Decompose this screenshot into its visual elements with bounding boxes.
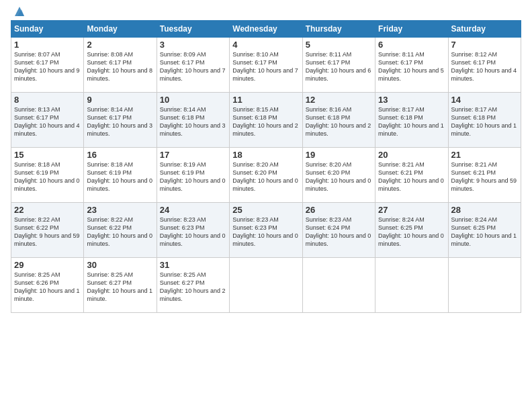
sunset: Sunset: 6:18 PM	[378, 114, 423, 121]
day-number: 2	[87, 40, 153, 50]
sunset: Sunset: 6:21 PM	[451, 169, 496, 176]
daylight: Daylight: 10 hours and 0 minutes.	[160, 177, 226, 192]
sunset: Sunset: 6:17 PM	[160, 59, 205, 66]
day-number: 15	[14, 150, 81, 160]
day-info: Sunrise: 8:17 AMSunset: 6:18 PMDaylight:…	[451, 105, 518, 138]
sunrise: Sunrise: 8:21 AM	[378, 161, 425, 168]
day-info: Sunrise: 8:23 AMSunset: 6:24 PMDaylight:…	[306, 216, 372, 248]
col-header-saturday: Saturday	[448, 21, 521, 38]
sunset: Sunset: 6:18 PM	[306, 114, 351, 121]
sunrise: Sunrise: 8:17 AM	[451, 106, 498, 113]
sunrise: Sunrise: 8:24 AM	[378, 216, 425, 223]
sunrise: Sunrise: 8:20 AM	[306, 161, 352, 168]
sunset: Sunset: 6:17 PM	[232, 59, 277, 66]
day-info: Sunrise: 8:15 AMSunset: 6:18 PMDaylight:…	[232, 105, 299, 138]
daylight: Daylight: 10 hours and 2 minutes.	[232, 122, 298, 137]
day-number: 29	[14, 260, 81, 270]
day-cell-5: 5Sunrise: 8:11 AMSunset: 6:17 PMDaylight…	[302, 38, 375, 93]
day-cell-6: 6Sunrise: 8:11 AMSunset: 6:17 PMDaylight…	[375, 38, 448, 93]
daylight: Daylight: 10 hours and 0 minutes.	[378, 177, 444, 192]
day-number: 9	[87, 95, 153, 105]
sunrise: Sunrise: 8:25 AM	[87, 271, 133, 278]
logo	[11, 7, 27, 15]
sunset: Sunset: 6:17 PM	[87, 59, 132, 66]
day-cell-11: 11Sunrise: 8:15 AMSunset: 6:18 PMDayligh…	[230, 93, 302, 148]
sunrise: Sunrise: 8:09 AM	[160, 51, 206, 58]
day-info: Sunrise: 8:19 AMSunset: 6:19 PMDaylight:…	[160, 161, 226, 193]
day-cell-1: 1Sunrise: 8:07 AMSunset: 6:17 PMDaylight…	[11, 38, 84, 93]
col-header-tuesday: Tuesday	[157, 21, 229, 38]
day-cell-20: 20Sunrise: 8:21 AMSunset: 6:21 PMDayligh…	[375, 148, 448, 203]
day-number: 28	[451, 205, 518, 215]
day-info: Sunrise: 8:24 AMSunset: 6:25 PMDaylight:…	[451, 216, 518, 248]
day-info: Sunrise: 8:18 AMSunset: 6:19 PMDaylight:…	[14, 161, 81, 193]
sunset: Sunset: 6:21 PM	[378, 169, 423, 176]
day-number: 21	[451, 150, 518, 160]
day-info: Sunrise: 8:14 AMSunset: 6:18 PMDaylight:…	[160, 105, 226, 138]
daylight: Daylight: 10 hours and 0 minutes.	[378, 232, 444, 247]
day-cell-23: 23Sunrise: 8:22 AMSunset: 6:22 PMDayligh…	[84, 203, 157, 258]
day-number: 1	[14, 40, 81, 50]
header-row: SundayMondayTuesdayWednesdayThursdayFrid…	[11, 21, 521, 38]
day-cell-17: 17Sunrise: 8:19 AMSunset: 6:19 PMDayligh…	[157, 148, 229, 203]
sunset: Sunset: 6:23 PM	[232, 224, 277, 231]
calendar-page: SundayMondayTuesdayWednesdayThursdayFrid…	[0, 0, 532, 411]
sunrise: Sunrise: 8:16 AM	[306, 106, 352, 113]
day-number: 27	[378, 205, 445, 215]
day-info: Sunrise: 8:09 AMSunset: 6:17 PMDaylight:…	[160, 50, 226, 83]
day-number: 11	[232, 95, 299, 105]
daylight: Daylight: 10 hours and 1 minute.	[451, 232, 517, 247]
week-row-2: 8Sunrise: 8:13 AMSunset: 6:17 PMDaylight…	[11, 93, 521, 148]
day-number: 26	[306, 205, 372, 215]
sunset: Sunset: 6:19 PM	[14, 169, 59, 176]
sunrise: Sunrise: 8:15 AM	[232, 106, 279, 113]
day-info: Sunrise: 8:11 AMSunset: 6:17 PMDaylight:…	[306, 50, 372, 83]
sunrise: Sunrise: 8:12 AM	[451, 51, 498, 58]
sunset: Sunset: 6:22 PM	[14, 224, 59, 231]
sunrise: Sunrise: 8:24 AM	[451, 216, 498, 223]
sunset: Sunset: 6:18 PM	[451, 114, 496, 121]
day-number: 6	[378, 40, 445, 50]
daylight: Daylight: 10 hours and 0 minutes.	[232, 232, 298, 247]
day-number: 5	[306, 40, 372, 50]
day-cell-7: 7Sunrise: 8:12 AMSunset: 6:17 PMDaylight…	[448, 38, 521, 93]
daylight: Daylight: 10 hours and 0 minutes.	[232, 177, 298, 192]
daylight: Daylight: 10 hours and 4 minutes.	[451, 67, 517, 82]
day-number: 13	[378, 95, 445, 105]
header	[11, 7, 521, 15]
week-row-1: 1Sunrise: 8:07 AMSunset: 6:17 PMDaylight…	[11, 38, 521, 93]
sunset: Sunset: 6:23 PM	[160, 224, 205, 231]
day-info: Sunrise: 8:22 AMSunset: 6:22 PMDaylight:…	[14, 216, 81, 248]
daylight: Daylight: 10 hours and 3 minutes.	[87, 122, 152, 137]
daylight: Daylight: 9 hours and 59 minutes.	[451, 177, 517, 192]
sunrise: Sunrise: 8:21 AM	[451, 161, 498, 168]
daylight: Daylight: 10 hours and 1 minute.	[14, 287, 80, 302]
empty-cell	[230, 258, 302, 313]
sunset: Sunset: 6:17 PM	[14, 59, 59, 66]
day-info: Sunrise: 8:25 AMSunset: 6:27 PMDaylight:…	[160, 271, 226, 304]
daylight: Daylight: 10 hours and 1 minute.	[451, 122, 517, 137]
sunrise: Sunrise: 8:23 AM	[160, 216, 206, 223]
daylight: Daylight: 10 hours and 0 minutes.	[87, 177, 152, 192]
day-number: 30	[87, 260, 153, 270]
day-cell-3: 3Sunrise: 8:09 AMSunset: 6:17 PMDaylight…	[157, 38, 229, 93]
daylight: Daylight: 10 hours and 1 minute.	[87, 287, 152, 302]
day-info: Sunrise: 8:20 AMSunset: 6:20 PMDaylight:…	[306, 161, 372, 193]
week-row-5: 29Sunrise: 8:25 AMSunset: 6:26 PMDayligh…	[11, 258, 521, 313]
sunset: Sunset: 6:22 PM	[87, 224, 132, 231]
sunrise: Sunrise: 8:25 AM	[160, 271, 206, 278]
day-cell-4: 4Sunrise: 8:10 AMSunset: 6:17 PMDaylight…	[230, 38, 302, 93]
day-number: 14	[451, 95, 518, 105]
sunrise: Sunrise: 8:17 AM	[378, 106, 425, 113]
day-cell-19: 19Sunrise: 8:20 AMSunset: 6:20 PMDayligh…	[302, 148, 375, 203]
daylight: Daylight: 10 hours and 0 minutes.	[306, 232, 371, 247]
daylight: Daylight: 10 hours and 0 minutes.	[306, 177, 371, 192]
day-cell-24: 24Sunrise: 8:23 AMSunset: 6:23 PMDayligh…	[157, 203, 229, 258]
sunrise: Sunrise: 8:11 AM	[378, 51, 425, 58]
sunrise: Sunrise: 8:11 AM	[306, 51, 352, 58]
day-cell-28: 28Sunrise: 8:24 AMSunset: 6:25 PMDayligh…	[448, 203, 521, 258]
daylight: Daylight: 10 hours and 8 minutes.	[87, 67, 152, 82]
sunset: Sunset: 6:20 PM	[306, 169, 351, 176]
sunset: Sunset: 6:26 PM	[14, 279, 59, 286]
sunrise: Sunrise: 8:20 AM	[232, 161, 279, 168]
